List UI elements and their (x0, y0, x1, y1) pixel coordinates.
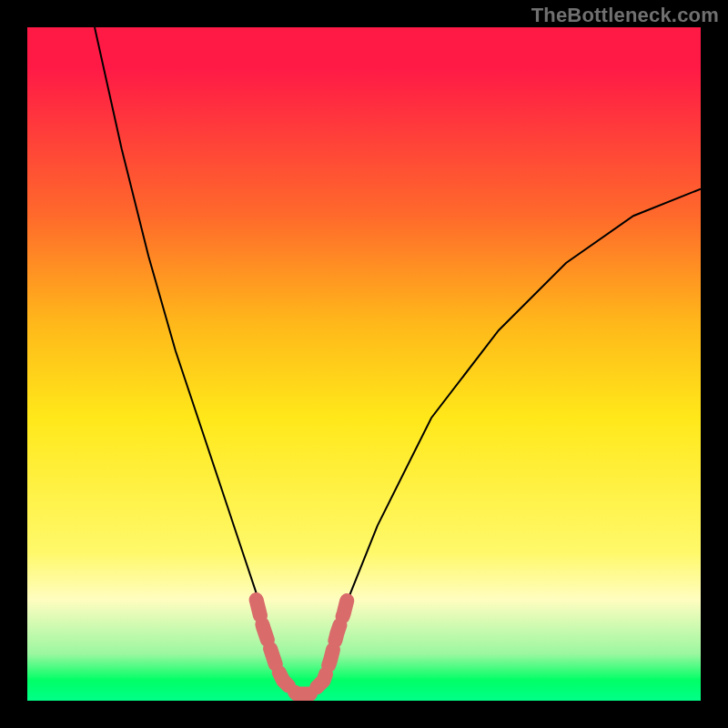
bottleneck-curve (95, 27, 701, 694)
optimal-band-path (257, 600, 348, 694)
watermark-text: TheBottleneck.com (531, 4, 719, 27)
chart-frame: TheBottleneck.com (0, 0, 728, 728)
plot-area (27, 27, 701, 701)
optimal-band-markers (257, 600, 348, 694)
chart-svg (27, 27, 701, 701)
